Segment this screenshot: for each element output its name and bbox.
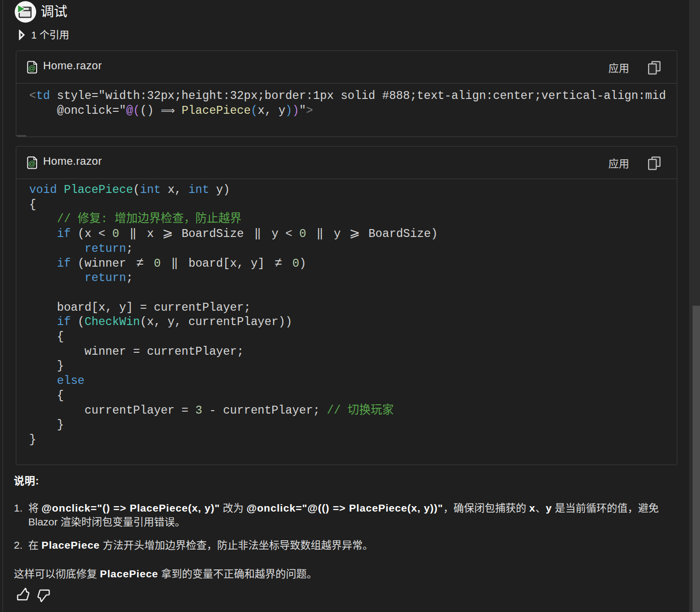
svg-text:@: @ (28, 159, 36, 168)
svg-text:@: @ (28, 64, 36, 72)
